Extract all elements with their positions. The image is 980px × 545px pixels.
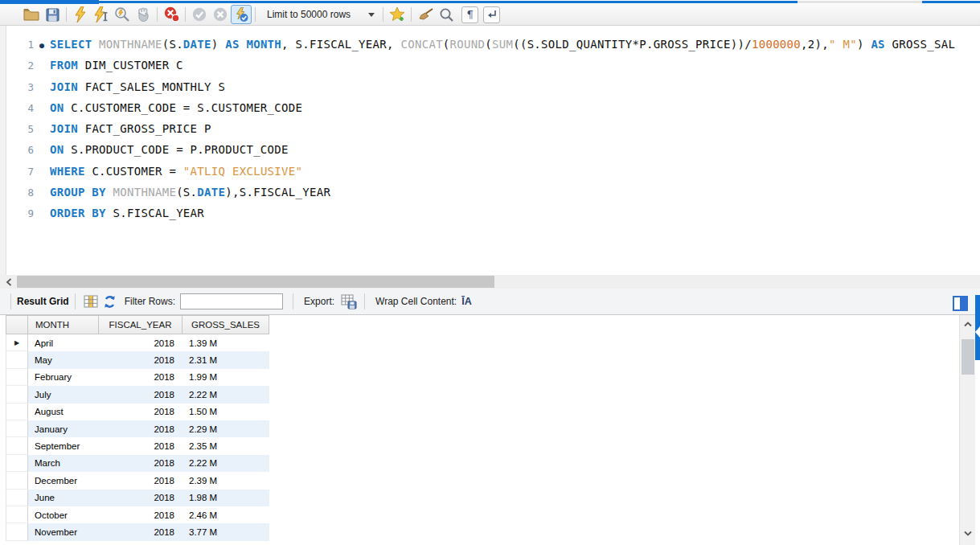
cell-fiscal_year[interactable]: 2018 [99,490,182,506]
refresh-icon[interactable] [100,293,120,310]
code-area[interactable]: 1●SELECT MONTHNAME(S.DATE) AS MONTH, S.F… [0,34,980,224]
row-selector[interactable] [6,351,28,368]
explain-icon[interactable] [112,5,133,24]
code-line[interactable]: 4ON C.CUSTOMER_CODE = S.CUSTOMER_CODE [0,97,980,118]
cell-fiscal_year[interactable]: 2018 [99,506,182,523]
code-line[interactable]: 2FROM DIM_CUSTOMER C [0,55,980,76]
grid-vertical-scrollbar[interactable] [959,315,975,545]
wrap-cell-icon[interactable]: ĪA [461,296,472,307]
cell-month[interactable]: February [28,369,99,386]
beautify-icon[interactable] [415,5,436,24]
invisibles-icon[interactable]: ¶ [461,6,478,23]
scroll-up-icon[interactable] [960,318,976,330]
row-selector[interactable]: ▶ [6,334,28,351]
row-selector[interactable] [6,506,28,523]
panel-toggle-icon[interactable] [953,296,968,311]
table-row[interactable]: July20182.22 M [6,386,269,403]
cell-gross_sales[interactable]: 1.50 M [182,404,269,420]
cell-fiscal_year[interactable]: 2018 [99,386,182,403]
save-icon[interactable] [42,5,63,24]
toggle-autocommit-icon[interactable] [231,5,252,24]
editor-horizontal-scrollbar[interactable] [0,275,980,289]
open-file-icon[interactable] [21,5,42,24]
limit-rows-dropdown[interactable]: Limit to 50000 rows [262,6,379,23]
code-line[interactable]: 3JOIN FACT_SALES_MONTHLY S [0,76,980,97]
cell-fiscal_year[interactable]: 2018 [99,369,182,386]
header-row-selector[interactable] [6,315,28,334]
code-line[interactable]: 9ORDER BY S.FISCAL_YEAR [0,203,980,223]
row-selector[interactable] [6,523,28,540]
toggle-stop-on-error-icon[interactable] [161,5,182,24]
table-row[interactable]: December20182.39 M [6,472,269,489]
commit-icon[interactable] [189,5,210,24]
cell-month[interactable]: January [28,420,99,437]
cell-fiscal_year[interactable]: 2018 [99,420,182,437]
row-selector[interactable] [6,386,28,403]
cell-fiscal_year[interactable]: 2018 [99,334,182,351]
cell-gross_sales[interactable]: 2.22 M [182,386,269,403]
cell-fiscal_year[interactable]: 2018 [99,351,182,368]
row-selector[interactable] [6,420,28,437]
row-selector[interactable] [6,369,28,386]
table-row[interactable]: August20181.50 M [6,404,269,420]
cell-gross_sales[interactable]: 2.29 M [182,420,269,437]
cell-gross_sales[interactable]: 2.39 M [182,472,269,489]
cell-month[interactable]: September [28,437,99,454]
scroll-down-icon[interactable] [960,527,976,539]
column-header-fiscal_year[interactable]: FISCAL_YEAR [99,315,182,334]
find-icon[interactable] [436,5,457,24]
cell-gross_sales[interactable]: 1.99 M [182,369,269,386]
execute-current-icon[interactable] [91,5,112,24]
execute-icon[interactable] [70,5,91,24]
cell-fiscal_year[interactable]: 2018 [99,404,182,420]
editor-hscroll-thumb[interactable] [17,276,494,288]
scroll-left-icon[interactable] [2,276,16,288]
table-row[interactable]: September20182.35 M [6,437,269,454]
code-line[interactable]: 7WHERE C.CUSTOMER = "ATLIQ EXCLUSIVE" [0,161,980,182]
rollback-icon[interactable] [210,5,231,24]
filter-rows-input[interactable] [180,293,283,309]
cell-fiscal_year[interactable]: 2018 [99,437,182,454]
grid-vscroll-thumb[interactable] [962,339,974,375]
cell-month[interactable]: October [28,506,99,523]
cell-month[interactable]: May [28,351,99,368]
column-header-gross_sales[interactable]: GROSS_SALES [182,315,269,334]
cell-fiscal_year[interactable]: 2018 [99,472,182,489]
row-selector[interactable] [6,455,28,472]
sql-editor[interactable]: 1●SELECT MONTHNAME(S.DATE) AS MONTH, S.F… [0,26,980,275]
save-snippet-icon[interactable] [387,5,408,24]
cell-month[interactable]: March [28,455,99,472]
cell-fiscal_year[interactable]: 2018 [99,523,182,540]
cell-gross_sales[interactable]: 1.39 M [182,334,269,351]
table-row[interactable]: November20183.77 M [6,523,269,540]
column-header-month[interactable]: MONTH [28,315,99,334]
cell-month[interactable]: April [28,334,99,351]
row-selector[interactable] [6,404,28,420]
stop-icon[interactable] [133,5,154,24]
row-selector[interactable] [6,472,28,489]
cell-month[interactable]: November [28,523,99,540]
cell-fiscal_year[interactable]: 2018 [99,455,182,472]
table-row[interactable]: May20182.31 M [6,351,269,368]
row-selector[interactable] [6,437,28,454]
table-row[interactable]: March20182.22 M [6,455,269,472]
grid-icon[interactable] [81,293,100,310]
cell-month[interactable]: December [28,472,99,489]
code-line[interactable]: 8GROUP BY MONTHNAME(S.DATE),S.FISCAL_YEA… [0,182,980,203]
cell-month[interactable]: June [28,490,99,506]
cell-gross_sales[interactable]: 2.35 M [182,437,269,454]
table-row[interactable]: June20181.98 M [6,490,269,506]
cell-gross_sales[interactable]: 2.46 M [182,506,269,523]
code-line[interactable]: 6ON S.PRODUCT_CODE = P.PRODUCT_CODE [0,139,980,160]
cell-gross_sales[interactable]: 2.31 M [182,351,269,368]
code-line[interactable]: 1●SELECT MONTHNAME(S.DATE) AS MONTH, S.F… [0,34,980,55]
code-line[interactable]: 5JOIN FACT_GROSS_PRICE P [0,118,980,139]
table-row[interactable]: October20182.46 M [6,506,269,523]
table-row[interactable]: February20181.99 M [6,369,269,386]
table-row[interactable]: ▶April20181.39 M [6,334,269,351]
cell-month[interactable]: August [28,404,99,420]
cell-gross_sales[interactable]: 1.98 M [182,490,269,506]
row-selector[interactable] [6,490,28,506]
cell-gross_sales[interactable]: 2.22 M [182,455,269,472]
wrap-text-icon[interactable] [483,6,500,23]
